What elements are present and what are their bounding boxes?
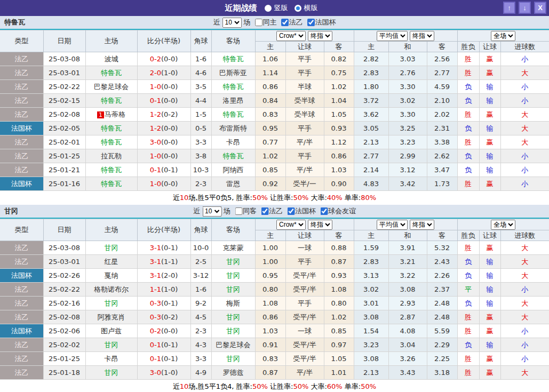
vertical-layout-radio[interactable] (265, 5, 272, 12)
fulltime-score: 0-1 (150, 341, 161, 349)
filter-checkbox-法乙[interactable] (281, 19, 289, 26)
filter-checkbox-同主[interactable] (255, 19, 262, 26)
sub-header-avg-away: 客 (427, 230, 457, 241)
result-goals: 小 (500, 177, 549, 191)
odds-stage-select[interactable]: 终指 (308, 31, 332, 41)
result-outcome: 负 (457, 122, 479, 135)
scope-select[interactable]: 全场 (491, 31, 515, 41)
score: 1-2(0-2) (137, 108, 190, 122)
match-row: 法乙25-01-25拉瓦勒1-0(0-0)3-8特鲁瓦1.02平手0.862.7… (0, 149, 549, 163)
odds-home: 0.77 (255, 135, 285, 149)
filter-checkbox-法乙[interactable] (261, 207, 268, 215)
away-team-name: 甘冈 (226, 313, 240, 321)
filter-checkbox-label: 同客 (243, 206, 257, 216)
odds-away: 1.04 (324, 94, 354, 108)
filter-checkbox-球会友谊[interactable] (320, 207, 328, 215)
corners: 3-8 (190, 149, 211, 163)
fulltime-score: 0-1 (150, 166, 161, 174)
away-team: 卡昂 (211, 135, 255, 149)
col-header-home: 主场 (85, 219, 137, 241)
home-team: 波城 (85, 52, 137, 66)
average-select[interactable]: 平均值 (377, 220, 408, 230)
summary-segment: 大率: (308, 194, 327, 202)
odds-away: 1.01 (324, 366, 354, 380)
avg-away: 2.10 (427, 94, 457, 108)
filter-checkbox-法国杯[interactable] (307, 19, 315, 26)
record-summary: 近10场,胜5平0负5, 胜率:50% 让胜率:50% 大率:40% 单率:80… (0, 191, 549, 205)
match-row: 法乙25-03-01红星3-1(1-1)2-5甘冈1.00平手0.872.833… (0, 255, 549, 269)
horizontal-layout-radio[interactable] (295, 5, 301, 12)
corners: 4-4 (190, 94, 211, 108)
result-goals: 大 (500, 122, 549, 135)
horizontal-layout-label[interactable]: 横版 (304, 3, 318, 13)
away-team: 特鲁瓦 (211, 80, 255, 94)
result-handicap: 赢 (479, 241, 500, 255)
odds-home: 0.87 (255, 366, 285, 380)
odds-home: 0.80 (255, 283, 285, 297)
filter-checkbox-法国杯[interactable] (287, 207, 295, 215)
home-team: 特鲁瓦 (85, 163, 137, 177)
close-button[interactable]: X (534, 2, 546, 14)
match-row: 法乙25-02-08阿雅克肖0-3(0-2)4-5甘冈0.86受平/半1.023… (0, 310, 549, 324)
avg-home: 3.08 (354, 310, 388, 324)
home-team: 1马蒂格 (85, 108, 137, 122)
halftime-score: (0-1) (161, 355, 178, 363)
odds-home: 1.14 (255, 66, 285, 80)
home-team-name: 特鲁瓦 (101, 124, 122, 132)
odds-away: 0.90 (324, 177, 354, 191)
odds-handicap: 受平/半 (285, 310, 324, 324)
competition-badge: 法国杯 (0, 269, 43, 283)
vertical-layout-label[interactable]: 竖版 (274, 3, 288, 13)
fulltime-score: 3-1 (150, 271, 161, 279)
filter-checkbox-label: 法乙 (289, 18, 303, 27)
match-row: 法国杯25-01-16特鲁瓦1-0(0-0)2-3雷恩0.92受半/一0.904… (0, 177, 549, 191)
sub-header-odds-away: 客 (324, 230, 354, 241)
scope-select[interactable]: 全场 (491, 220, 515, 230)
odds-handicap: 一球 (285, 324, 324, 338)
odds-home: 0.91 (255, 338, 285, 352)
away-team: 巴黎足球会 (211, 338, 255, 352)
sub-header-odds-away: 客 (324, 42, 354, 52)
match-date: 25-02-08 (43, 108, 85, 122)
avg-away: 3.38 (427, 135, 457, 149)
average-select[interactable]: 平均值 (377, 31, 408, 41)
results-table: 类型 日期 主场 比分(半场) 角球 客场 Crow*终指 平均值终指 全场 (0, 30, 549, 191)
result-outcome: 平 (457, 283, 479, 297)
home-team: 特鲁瓦 (85, 135, 137, 149)
match-row: 法乙25-02-16甘冈0-3(0-1)9-2梅斯1.08平手0.803.012… (0, 297, 549, 310)
result-handicap: 输 (479, 269, 500, 283)
away-team: 阿纳西 (211, 163, 255, 177)
odds-away: 0.88 (324, 241, 354, 255)
move-down-button[interactable]: ↓ (519, 2, 531, 14)
sub-header-avg-away: 客 (427, 42, 457, 52)
average-stage-select[interactable]: 终指 (410, 220, 434, 230)
avg-home: 3.23 (354, 338, 388, 352)
col-header-score: 比分(半场) (137, 30, 190, 52)
average-stage-select[interactable]: 终指 (410, 31, 434, 41)
home-team-name: 特鲁瓦 (101, 166, 122, 174)
away-team: 甘冈 (211, 352, 255, 366)
recent-results-panel: 近期战绩 竖版 横版 ↑ ↓ X 特鲁瓦 近10场同主法乙法国杯 (0, 0, 549, 392)
halftime-score: (0-2) (161, 313, 178, 321)
team-name: 特鲁瓦 (4, 18, 25, 27)
home-team-name: 甘冈 (105, 299, 118, 307)
fulltime-score: 1-0 (150, 152, 161, 160)
odds-away: 0.93 (324, 269, 354, 283)
move-up-button[interactable]: ↑ (503, 2, 515, 14)
halftime-score: (0-0) (161, 152, 178, 160)
recent-count-select[interactable]: 10 (202, 206, 221, 217)
odds-company-select[interactable]: Crow* (276, 220, 306, 230)
corners: 10-0 (190, 241, 211, 255)
avg-draw: 3.43 (388, 366, 427, 380)
summary-segment: 40% (327, 194, 343, 202)
odds-company-select[interactable]: Crow* (276, 31, 306, 41)
away-team-name: 巴黎足球会 (216, 341, 251, 349)
result-handicap: 输 (479, 94, 500, 108)
odds-home: 0.92 (255, 177, 285, 191)
match-row: 法乙25-03-08甘冈3-1(0-1)10-0克莱蒙1.00一球0.881.5… (0, 241, 549, 255)
recent-count-select[interactable]: 10 (222, 18, 242, 28)
odds-handicap: 半球 (285, 80, 324, 94)
odds-stage-select[interactable]: 终指 (308, 220, 332, 230)
result-goals: 小 (500, 52, 549, 66)
filter-checkbox-同客[interactable] (235, 207, 242, 215)
